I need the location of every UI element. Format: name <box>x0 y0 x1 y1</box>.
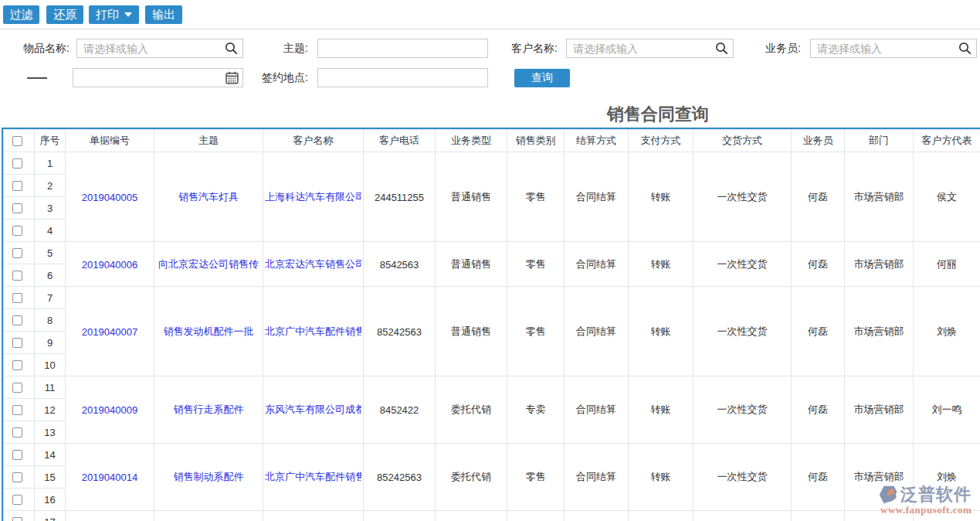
checkbox-cell <box>4 197 35 220</box>
cell-pay <box>629 511 693 521</box>
serial-cell: 11 <box>35 376 66 399</box>
caret-down-icon <box>124 12 132 17</box>
cell-subject[interactable]: 销售发动机配件一批 <box>154 287 263 376</box>
checkbox-cell <box>4 444 35 466</box>
column-header-sale_cat: 销售类别 <box>507 130 565 152</box>
cell-customer[interactable]: 东风汽车有限公司成都 <box>263 376 364 444</box>
cell-settle: 合同结算 <box>565 444 629 511</box>
search-icon[interactable] <box>715 42 728 55</box>
print-button[interactable]: 打印 <box>89 5 139 24</box>
checkbox-cell <box>4 354 35 376</box>
subject-input[interactable] <box>317 39 488 58</box>
search-icon[interactable] <box>958 42 972 55</box>
cell-phone <box>364 511 436 521</box>
cell-subject[interactable]: 销售行走系配件 <box>154 376 263 444</box>
row-checkbox[interactable] <box>12 360 22 370</box>
cell-subject[interactable]: 销售汽车灯具 <box>154 152 263 242</box>
cell-doc_no[interactable]: 2019040014 <box>66 444 154 511</box>
cell-salesman: 何磊 <box>792 287 845 376</box>
cell-sale_cat: 专卖 <box>507 376 565 444</box>
row-checkbox[interactable] <box>12 293 22 303</box>
serial-cell: 10 <box>35 354 66 376</box>
cell-biz_type <box>436 511 507 521</box>
select-all-checkbox[interactable] <box>12 136 22 146</box>
cell-customer[interactable]: 北京宏达汽车销售公司 <box>263 242 364 287</box>
row-checkbox[interactable] <box>12 338 22 348</box>
column-header-settle: 结算方式 <box>565 130 629 152</box>
serial-cell: 16 <box>35 489 66 511</box>
date-range-separator <box>27 77 47 79</box>
cell-doc_no[interactable]: 2019040009 <box>66 376 154 444</box>
serial-cell: 5 <box>35 242 66 264</box>
row-checkbox[interactable] <box>12 226 22 236</box>
customer-name-label: 客户名称: <box>488 39 558 58</box>
row-checkbox[interactable] <box>12 181 22 191</box>
checkbox-cell <box>4 489 35 511</box>
checkbox-cell <box>4 511 35 521</box>
serial-cell: 1 <box>35 152 66 175</box>
column-header-rep: 客户方代表 <box>914 130 980 152</box>
column-header-phone: 客户电话 <box>364 130 436 152</box>
row-checkbox[interactable] <box>12 495 22 505</box>
cell-dept: 市场营销部 <box>845 242 914 287</box>
cell-settle: 合同结算 <box>565 287 629 376</box>
cell-customer[interactable]: 上海科达汽车有限公司 <box>263 152 364 242</box>
checkbox-cell <box>4 242 35 264</box>
serial-cell: 17 <box>35 511 66 521</box>
customer-name-input[interactable] <box>566 39 734 58</box>
cell-biz_type: 普通销售 <box>436 152 507 242</box>
cell-salesman: 何磊 <box>792 242 845 287</box>
cell-subject[interactable]: 向北京宏达公司销售传 <box>154 242 263 287</box>
cell-doc_no[interactable]: 2019040006 <box>66 242 154 287</box>
table-row: 17 <box>4 511 980 521</box>
cell-rep: 何丽 <box>914 242 980 287</box>
column-header-salesman: 业务员 <box>792 130 845 152</box>
row-checkbox[interactable] <box>12 427 22 438</box>
row-checkbox[interactable] <box>12 450 22 460</box>
filter-panel: 物品名称: 主题: 客户名称: 业务员: <box>0 29 980 100</box>
cell-rep: 刘焕 <box>914 287 980 376</box>
cell-doc_no[interactable]: 2019040007 <box>66 287 154 376</box>
checkbox-cell <box>4 421 35 444</box>
cell-doc_no[interactable]: 2019040005 <box>66 152 154 242</box>
row-checkbox[interactable] <box>12 383 22 393</box>
column-header-dept: 部门 <box>845 130 914 152</box>
cell-delivery: 一次性交货 <box>693 376 792 444</box>
row-checkbox[interactable] <box>12 315 22 325</box>
cell-doc_no <box>66 511 154 521</box>
serial-cell: 15 <box>35 466 66 489</box>
row-checkbox[interactable] <box>12 203 22 213</box>
cell-dept: 市场营销部 <box>845 376 914 444</box>
cell-customer <box>263 511 364 521</box>
serial-cell: 9 <box>35 332 66 354</box>
cell-customer[interactable]: 北京广中汽车配件销售 <box>263 287 364 376</box>
query-button[interactable]: 查询 <box>514 69 570 87</box>
row-checkbox[interactable] <box>12 158 22 169</box>
row-checkbox[interactable] <box>12 517 22 521</box>
cell-subject[interactable]: 销售制动系配件 <box>154 444 263 511</box>
calendar-icon[interactable] <box>226 71 239 84</box>
sign-date-input[interactable] <box>73 68 243 87</box>
row-checkbox[interactable] <box>12 472 22 482</box>
cell-settle: 合同结算 <box>565 242 629 287</box>
serial-cell: 14 <box>35 444 66 466</box>
row-checkbox[interactable] <box>12 405 22 415</box>
salesman-input[interactable] <box>810 39 977 58</box>
sales-contract-table: 序号单据编号主题客户名称客户电话业务类型销售类别结算方式支付方式交货方式业务员部… <box>3 129 980 521</box>
checkbox-cell <box>4 376 35 399</box>
search-icon[interactable] <box>225 42 238 55</box>
item-name-input[interactable] <box>76 39 243 58</box>
export-button[interactable]: 输出 <box>145 5 182 24</box>
row-checkbox[interactable] <box>12 248 22 258</box>
filter-button[interactable]: 过滤 <box>3 5 39 24</box>
salesman-label: 业务员: <box>731 39 801 58</box>
cell-pay: 转账 <box>629 376 693 444</box>
cell-dept: 市场营销部 <box>845 287 914 376</box>
restore-button[interactable]: 还原 <box>46 5 83 24</box>
cell-rep: 刘一鸣 <box>914 376 980 444</box>
row-checkbox[interactable] <box>12 271 22 281</box>
cell-customer[interactable]: 北京广中汽车配件销售 <box>263 444 364 511</box>
sign-place-input[interactable] <box>317 68 488 87</box>
cell-dept: 市场营销部 <box>845 152 914 242</box>
column-header-doc_no: 单据编号 <box>66 130 154 152</box>
